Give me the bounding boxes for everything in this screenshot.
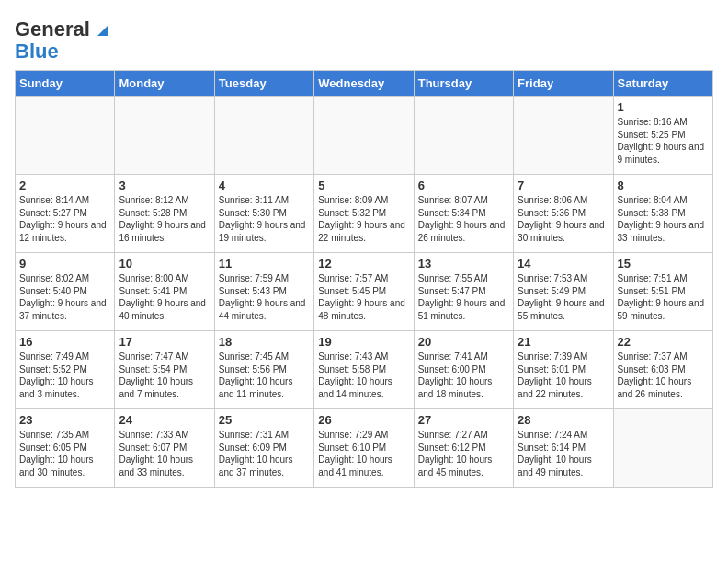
calendar-cell: 19Sunrise: 7:43 AM Sunset: 5:58 PM Dayli… [314,331,414,409]
calendar-cell: 1Sunrise: 8:16 AM Sunset: 5:25 PM Daylig… [613,97,712,175]
calendar-cell [414,97,513,175]
calendar-cell: 17Sunrise: 7:47 AM Sunset: 5:54 PM Dayli… [115,331,214,409]
calendar-cell: 9Sunrise: 8:02 AM Sunset: 5:40 PM Daylig… [16,253,115,331]
calendar-cell: 13Sunrise: 7:55 AM Sunset: 5:47 PM Dayli… [414,253,513,331]
day-number: 1 [618,100,709,114]
day-number: 17 [119,335,210,349]
day-number: 16 [19,335,110,349]
calendar-cell: 25Sunrise: 7:31 AM Sunset: 6:09 PM Dayli… [214,409,313,488]
day-number: 8 [618,178,709,192]
day-info: Sunrise: 7:27 AM Sunset: 6:12 PM Dayligh… [418,429,509,478]
day-info: Sunrise: 7:37 AM Sunset: 6:03 PM Dayligh… [618,350,709,400]
week-row-0: 1Sunrise: 8:16 AM Sunset: 5:25 PM Daylig… [16,97,713,175]
day-number: 12 [318,257,409,270]
day-info: Sunrise: 8:11 AM Sunset: 5:30 PM Dayligh… [219,194,310,244]
day-info: Sunrise: 7:39 AM Sunset: 6:01 PM Dayligh… [518,350,609,400]
calendar-cell: 3Sunrise: 8:12 AM Sunset: 5:28 PM Daylig… [115,175,214,253]
calendar-cell: 22Sunrise: 7:37 AM Sunset: 6:03 PM Dayli… [613,331,712,409]
day-info: Sunrise: 7:29 AM Sunset: 6:10 PM Dayligh… [318,429,409,478]
calendar-header-friday: Friday [514,71,613,97]
calendar-cell: 16Sunrise: 7:49 AM Sunset: 5:52 PM Dayli… [16,331,115,409]
day-number: 3 [119,178,210,192]
calendar-header-thursday: Thursday [414,71,513,97]
day-info: Sunrise: 7:55 AM Sunset: 5:47 PM Dayligh… [418,272,509,322]
logo-triangle-icon [92,19,112,40]
calendar-cell: 23Sunrise: 7:35 AM Sunset: 6:05 PM Dayli… [16,409,115,488]
day-number: 19 [318,335,409,349]
logo: General Blue [15,18,112,63]
calendar-cell: 7Sunrise: 8:06 AM Sunset: 5:36 PM Daylig… [514,175,613,253]
day-number: 9 [19,257,110,270]
day-number: 28 [518,413,609,427]
calendar-cell: 2Sunrise: 8:14 AM Sunset: 5:27 PM Daylig… [16,175,115,253]
day-number: 13 [418,257,509,270]
calendar-cell [314,97,414,175]
day-info: Sunrise: 7:31 AM Sunset: 6:09 PM Dayligh… [219,429,310,478]
calendar-header-tuesday: Tuesday [214,71,313,97]
calendar-cell: 20Sunrise: 7:41 AM Sunset: 6:00 PM Dayli… [414,331,513,409]
day-number: 24 [119,413,210,427]
calendar-cell: 27Sunrise: 7:27 AM Sunset: 6:12 PM Dayli… [414,409,513,488]
calendar-cell: 15Sunrise: 7:51 AM Sunset: 5:51 PM Dayli… [613,253,712,331]
day-info: Sunrise: 7:47 AM Sunset: 5:54 PM Dayligh… [119,350,210,400]
calendar-cell: 6Sunrise: 8:07 AM Sunset: 5:34 PM Daylig… [414,175,513,253]
logo-text-general: General [15,18,90,40]
day-info: Sunrise: 8:02 AM Sunset: 5:40 PM Dayligh… [19,272,110,322]
calendar: SundayMondayTuesdayWednesdayThursdayFrid… [15,70,713,488]
calendar-header-sunday: Sunday [16,71,115,97]
day-info: Sunrise: 7:53 AM Sunset: 5:49 PM Dayligh… [518,272,609,322]
calendar-cell: 14Sunrise: 7:53 AM Sunset: 5:49 PM Dayli… [514,253,613,331]
day-number: 6 [418,178,509,192]
day-info: Sunrise: 7:41 AM Sunset: 6:00 PM Dayligh… [418,350,509,400]
day-number: 11 [219,257,310,270]
calendar-cell: 4Sunrise: 8:11 AM Sunset: 5:30 PM Daylig… [214,175,313,253]
day-info: Sunrise: 7:43 AM Sunset: 5:58 PM Dayligh… [318,350,409,400]
calendar-cell [514,97,613,175]
day-number: 15 [618,257,709,270]
day-info: Sunrise: 8:04 AM Sunset: 5:38 PM Dayligh… [618,194,709,244]
day-number: 27 [418,413,509,427]
day-info: Sunrise: 8:07 AM Sunset: 5:34 PM Dayligh… [418,194,509,244]
day-info: Sunrise: 7:33 AM Sunset: 6:07 PM Dayligh… [119,429,210,478]
week-row-2: 9Sunrise: 8:02 AM Sunset: 5:40 PM Daylig… [16,253,713,331]
day-info: Sunrise: 7:35 AM Sunset: 6:05 PM Dayligh… [19,429,110,478]
day-info: Sunrise: 7:59 AM Sunset: 5:43 PM Dayligh… [219,272,310,322]
day-number: 7 [518,178,609,192]
day-info: Sunrise: 7:24 AM Sunset: 6:14 PM Dayligh… [518,429,609,478]
day-number: 23 [19,413,110,427]
day-info: Sunrise: 7:49 AM Sunset: 5:52 PM Dayligh… [19,350,110,400]
calendar-cell: 12Sunrise: 7:57 AM Sunset: 5:45 PM Dayli… [314,253,414,331]
day-number: 2 [19,178,110,192]
calendar-cell: 18Sunrise: 7:45 AM Sunset: 5:56 PM Dayli… [214,331,313,409]
calendar-cell: 28Sunrise: 7:24 AM Sunset: 6:14 PM Dayli… [514,409,613,488]
day-number: 20 [418,335,509,349]
calendar-cell: 5Sunrise: 8:09 AM Sunset: 5:32 PM Daylig… [314,175,414,253]
day-info: Sunrise: 8:09 AM Sunset: 5:32 PM Dayligh… [318,194,409,244]
day-number: 5 [318,178,409,192]
calendar-cell [613,409,712,488]
calendar-header-row: SundayMondayTuesdayWednesdayThursdayFrid… [16,71,713,97]
week-row-4: 23Sunrise: 7:35 AM Sunset: 6:05 PM Dayli… [16,409,713,488]
day-number: 25 [219,413,310,427]
day-number: 18 [219,335,310,349]
calendar-header-saturday: Saturday [613,71,712,97]
day-info: Sunrise: 7:45 AM Sunset: 5:56 PM Dayligh… [219,350,310,400]
day-number: 21 [518,335,609,349]
week-row-1: 2Sunrise: 8:14 AM Sunset: 5:27 PM Daylig… [16,175,713,253]
day-number: 14 [518,257,609,270]
calendar-cell: 21Sunrise: 7:39 AM Sunset: 6:01 PM Dayli… [514,331,613,409]
calendar-cell [115,97,214,175]
calendar-cell [16,97,115,175]
day-info: Sunrise: 8:14 AM Sunset: 5:27 PM Dayligh… [19,194,110,244]
day-info: Sunrise: 8:06 AM Sunset: 5:36 PM Dayligh… [518,194,609,244]
day-info: Sunrise: 7:51 AM Sunset: 5:51 PM Dayligh… [618,272,709,322]
calendar-cell: 10Sunrise: 8:00 AM Sunset: 5:41 PM Dayli… [115,253,214,331]
calendar-cell: 24Sunrise: 7:33 AM Sunset: 6:07 PM Dayli… [115,409,214,488]
calendar-cell: 8Sunrise: 8:04 AM Sunset: 5:38 PM Daylig… [613,175,712,253]
calendar-cell: 26Sunrise: 7:29 AM Sunset: 6:10 PM Dayli… [314,409,414,488]
day-number: 4 [219,178,310,192]
week-row-3: 16Sunrise: 7:49 AM Sunset: 5:52 PM Dayli… [16,331,713,409]
calendar-cell: 11Sunrise: 7:59 AM Sunset: 5:43 PM Dayli… [214,253,313,331]
header: General Blue [15,15,713,63]
day-info: Sunrise: 8:12 AM Sunset: 5:28 PM Dayligh… [119,194,210,244]
